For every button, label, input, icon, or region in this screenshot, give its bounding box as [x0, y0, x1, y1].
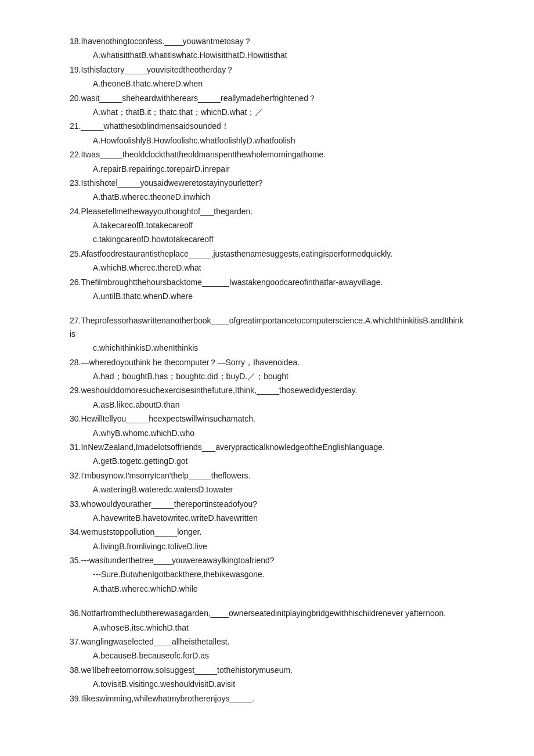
question-line: 35.---wasitunderthetree____youwereawaylk… — [70, 554, 464, 567]
question-line: 27.Theprofessorhaswrittenanotherbook____… — [70, 314, 464, 340]
question-line: 31.InNewZealand,Imadelotsoffriends___ave… — [70, 441, 464, 453]
answer-line: A.livingB.fromlivingc.toliveD.live — [70, 540, 464, 553]
answer-line: A.whyB.whomc.whichD.who — [70, 427, 464, 440]
question-line: 26.Thefilmbroughtthehoursbacktome______I… — [70, 276, 464, 289]
answer-line: A.whatisitthatB.whatitiswhatc.Howisittha… — [70, 49, 464, 62]
answer-line: A.havewriteB.havetowritec.writeD.havewri… — [70, 512, 464, 524]
question-line: 30.Hewilltellyou_____heexpectswillwinsuc… — [70, 412, 464, 425]
question-line: 24.Pleasetellmethewayyouthoughtof___theg… — [70, 205, 464, 218]
answer-line: c.takingcareofD.howtotakecareoff — [70, 233, 464, 246]
answer-line: A.whoseB.itsc.whichD.that — [70, 621, 464, 634]
answer-line: A.becauseB.becauseofc.forD.as — [70, 649, 464, 662]
answer-line: A.untilB.thatc.whenD.where — [70, 290, 464, 303]
answer-line: ---Sure.ButwhenIgotbackthere,thebikewasg… — [70, 568, 464, 581]
answer-line: A.wateringB.wateredc.watersD.towater — [70, 483, 464, 496]
answer-line: A.asB.likec.aboutD.than — [70, 398, 464, 411]
question-line: 38.we'llbefreetomorrow,soIsuggest_____to… — [70, 664, 464, 676]
spacer — [70, 304, 464, 314]
question-line: 33.whowouldyourather_____thereportinstea… — [70, 498, 464, 510]
question-line: 32.I'mbusynow.I'msorryIcan'thelp_____the… — [70, 469, 464, 482]
question-line: 39.Ilikeswimming,whilewhatmybrotherenjoy… — [70, 692, 464, 705]
content-block: 18.Ihavenothingtoconfess.____youwantmeto… — [70, 35, 464, 705]
answer-line: A.tovisitB.visitingc.weshouldvisitD.avis… — [70, 678, 464, 690]
spacer — [70, 596, 464, 607]
answer-line: A.repairB.repairingc.torepairD.inrepair — [70, 163, 464, 175]
answer-line: A.thatB.wherec.whichD.while — [70, 582, 464, 595]
answer-line: A.thatB.wherec.theoneD.inwhich — [70, 190, 464, 203]
question-line: 29.weshoulddomoresuchexercisesinthefutur… — [70, 384, 464, 397]
answer-line: A.getB.togetc.gettingD.got — [70, 455, 464, 467]
answer-line: A.whichB.wherec.thereD.what — [70, 261, 464, 274]
question-line: 25.Afastfoodrestaurantistheplace_____,ju… — [70, 247, 464, 260]
question-line: 36.Notfarfromtheclubtherewasagarden,____… — [70, 607, 464, 620]
question-line: 21._____whatthesixblindmensaidsounded！ — [70, 120, 464, 132]
answer-line: A.had；boughtB.has；boughtc.did；buyD.／；bou… — [70, 370, 464, 383]
answer-line: A.what；thatB.it；thatc.that；whichD.what；／ — [70, 106, 464, 118]
question-line: 37.wanglingwaselected____allheisthetalle… — [70, 635, 464, 648]
answer-line: A.takecareofB.totakecareoff — [70, 219, 464, 232]
question-line: 18.Ihavenothingtoconfess.____youwantmeto… — [70, 35, 464, 48]
question-line: 34.wemuststoppollution_____longer. — [70, 525, 464, 538]
answer-line: A.theoneB.thatc.whereD.when — [70, 77, 464, 90]
question-line: 23.Isthishotel_____yousaidweweretostayin… — [70, 177, 464, 189]
answer-line: A.HowfoolishlyB.Howfoolishc.whatfoolishl… — [70, 134, 464, 147]
question-line: 19.Isthisfactory_____youvisitedtheotherd… — [70, 63, 464, 76]
question-line: 28.—wheredoyouthink he thecomputer？—Sorr… — [70, 356, 464, 369]
question-line: 20.wasit_____sheheardwithherears_____rea… — [70, 92, 464, 105]
answer-line: c.whichIthinkisD.whenIthinkis — [70, 341, 464, 354]
question-line: 22.Itwas_____theoldclockthattheoldmanspe… — [70, 148, 464, 161]
